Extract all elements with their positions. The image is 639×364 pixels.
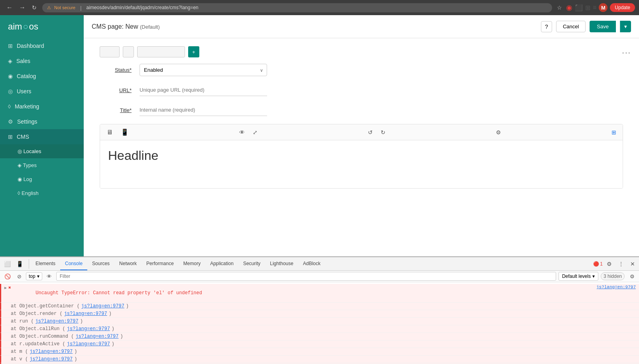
status-select[interactable]: Enabled Disabled <box>140 64 267 76</box>
sidebar-item-sales[interactable]: ◈ Sales <box>0 53 84 69</box>
preview-expand-button[interactable]: ⤢ <box>250 128 260 137</box>
preview-eye-button[interactable]: 👁 <box>237 128 247 137</box>
english-icon: ◊ <box>18 190 22 196</box>
sidebar-item-marketing[interactable]: ◊ Marketing <box>0 99 84 114</box>
bookmark-button[interactable]: ☆ <box>555 3 564 12</box>
title-input-wrapper <box>140 104 267 116</box>
preview-section: 🖥 📱 👁 ⤢ ↺ ↻ ⚙ ⊞ Headline <box>100 124 623 189</box>
sidebar-subitem-english[interactable]: ◊ English <box>0 186 84 200</box>
title-label: Title* <box>100 104 132 113</box>
save-button[interactable]: Save <box>590 21 616 32</box>
page-title-text: CMS page: New <box>92 23 138 30</box>
cms-icon: ⊞ <box>8 134 13 140</box>
sidebar-item-settings[interactable]: ⚙ Settings <box>0 114 84 129</box>
sidebar-subitem-label: Types <box>23 162 37 168</box>
url-input-wrapper <box>140 84 267 96</box>
address-bar[interactable]: ⚠ Not secure | aimeosdev/admin/default/j… <box>42 3 552 12</box>
sidebar-item-label: Dashboard <box>17 43 44 49</box>
cancel-button[interactable]: Cancel <box>556 21 586 32</box>
preview-undo-button[interactable]: ↺ <box>366 128 375 137</box>
title-input[interactable] <box>140 104 267 116</box>
forward-button[interactable]: → <box>17 2 28 13</box>
insecure-icon: ⚠ <box>47 5 51 10</box>
status-select-wrapper: Enabled Disabled <box>140 64 267 76</box>
extension-icon-1: ◉ <box>566 3 572 12</box>
sidebar-item-dashboard[interactable]: ⊞ Dashboard <box>0 38 84 53</box>
sidebar-subitem-label: Locales <box>24 148 41 154</box>
page-title-badge: (Default) <box>140 24 160 30</box>
types-icon: ◈ <box>18 162 23 168</box>
sidebar-item-label: Settings <box>17 118 37 125</box>
sidebar-subitem-label: English <box>22 190 39 196</box>
browser-chrome: ← → ↻ ⚠ Not secure | aimeosdev/admin/def… <box>0 0 639 15</box>
url-label: URL* <box>100 84 132 93</box>
sidebar-item-label: Users <box>17 88 31 94</box>
preview-redo-button[interactable]: ↻ <box>378 128 388 137</box>
sidebar-item-label: Catalog <box>17 73 36 79</box>
address-text: aimeosdev/admin/default/jqadm/create/cms… <box>87 5 199 10</box>
user-avatar[interactable]: M <box>599 3 608 12</box>
sidebar-item-label: CMS <box>17 134 29 140</box>
browser-actions: ☆ ◉ ⬛ ⊞ ≡ M Update <box>555 3 635 12</box>
preview-content: Headline <box>100 140 623 188</box>
status-select-container: Enabled Disabled <box>140 64 267 76</box>
sidebar-item-label: Sales <box>16 58 30 64</box>
sidebar: aim○os ⊞ Dashboard ◈ Sales ◉ Catalog ◎ U… <box>0 15 84 256</box>
logo: aim○os <box>0 15 84 38</box>
mobile-view-button[interactable]: 📱 <box>118 127 131 138</box>
users-icon: ◎ <box>8 88 13 94</box>
logo-text: aim <box>8 22 22 32</box>
add-button[interactable]: + <box>188 46 199 57</box>
help-button[interactable]: ? <box>541 21 552 32</box>
back-button[interactable]: ← <box>4 2 15 13</box>
sidebar-subitem-types[interactable]: ◈ Types <box>0 158 84 172</box>
url-input[interactable] <box>140 84 267 96</box>
sidebar-subitem-log[interactable]: ◉ Log <box>0 172 84 186</box>
marketing-icon: ◊ <box>8 103 11 110</box>
dashboard-icon: ⊞ <box>8 43 13 49</box>
desktop-view-button[interactable]: 🖥 <box>104 127 115 138</box>
update-button[interactable]: Update <box>610 3 635 12</box>
separator: | <box>80 5 81 11</box>
preview-toolbar: 🖥 📱 👁 ⤢ ↺ ↻ ⚙ ⊞ <box>100 124 623 140</box>
sidebar-item-cms[interactable]: ⊞ CMS <box>0 129 84 144</box>
settings-icon: ⚙ <box>8 118 13 125</box>
extension-icon-2: ⬛ <box>575 4 583 12</box>
browser-nav-buttons: ← → ↻ <box>4 2 39 13</box>
refresh-button[interactable]: ↻ <box>29 3 39 12</box>
sidebar-subitem-locales[interactable]: ◎ Locales <box>0 144 84 158</box>
url-field-group: URL* <box>100 84 623 96</box>
preview-settings-button[interactable]: ⚙ <box>494 128 503 137</box>
sales-icon: ◈ <box>8 58 12 64</box>
form-container: + Status* Enabled Disabled URL* <box>84 38 639 256</box>
locales-icon: ◎ <box>18 148 24 154</box>
preview-grid-button[interactable]: ⊞ <box>609 128 619 137</box>
title-field-group: Title* <box>100 104 623 116</box>
extension-icon-3: ⊞ <box>585 4 590 12</box>
main-content: CMS page: New (Default) ? Cancel Save ▾ … <box>84 15 639 256</box>
insecure-label: Not secure <box>54 5 75 10</box>
log-icon: ◉ <box>18 176 24 182</box>
status-label: Status* <box>100 64 132 73</box>
catalog-icon: ◉ <box>8 73 13 79</box>
headline-text: Headline <box>108 148 615 163</box>
more-options-button[interactable]: ··· <box>622 48 631 57</box>
save-dropdown-button[interactable]: ▾ <box>620 21 631 32</box>
top-bar: CMS page: New (Default) ? Cancel Save ▾ <box>84 15 639 38</box>
sidebar-item-catalog[interactable]: ◉ Catalog <box>0 69 84 84</box>
status-field-group: Status* Enabled Disabled <box>100 64 623 76</box>
page-title: CMS page: New (Default) <box>92 23 160 30</box>
extension-icon-4: ≡ <box>593 4 596 11</box>
sidebar-subitem-label: Log <box>24 176 32 182</box>
app-container: aim○os ⊞ Dashboard ◈ Sales ◉ Catalog ◎ U… <box>0 15 639 256</box>
sidebar-item-users[interactable]: ◎ Users <box>0 84 84 99</box>
sidebar-item-label: Marketing <box>15 103 39 110</box>
